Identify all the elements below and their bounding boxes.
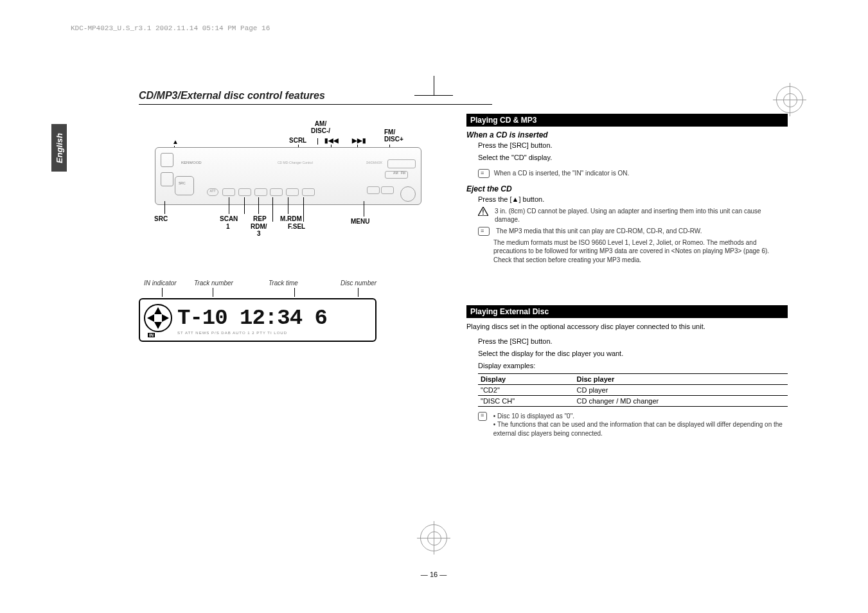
note-mp3-formats: The medium formats must be ISO 9660 Leve… [493,238,788,265]
warning-3in-cd: ! 3 in. (8cm) CD cannot be played. Using… [478,207,788,224]
title-rule [139,104,492,105]
lcd-diagram: IN indicator Track number Track time Dis… [139,280,447,342]
faceplate-image: KENWOOD CD MD-Changer Control S4/DMASK A… [155,147,421,205]
text-press-eject: Press the [▲] button. [478,195,788,204]
crop-mark-v [434,76,434,95]
label-ffw: ▶▶▮ [352,137,366,144]
lcd-in-indicator: IN [148,333,155,337]
label-rep: REP [253,215,267,222]
label-track-time: Track time [269,280,341,287]
note-icon [478,227,490,236]
lcd-status-row: ST ATT NEWS P/S DAB AUTO 1 2 PTY TI LOUD [177,331,371,335]
label-disc-number: Disc number [341,280,385,287]
subheading-eject: Eject the CD [466,184,788,193]
label-rdm-3: RDM/ 3 [251,223,267,237]
note-functions: • The functions that can be used and the… [493,420,788,438]
label-scan: SCAN [220,215,238,222]
warning-icon: ! [478,207,488,215]
label-mrdm: M.RDM [280,215,302,222]
label-scan-1: 1 [226,223,230,230]
label-fm-disc-plus: FM/ DISC+ [384,129,403,143]
text-display-examples: Display examples: [478,361,788,371]
page-title: CD/MP3/External disc control features [139,90,797,102]
lcd-dial-icon [144,304,172,332]
label-am-disc-minus: AM/ DISC-/ [311,120,330,134]
text-ext-select: Select the display for the disc player y… [478,349,788,359]
text-press-src: Press the [SRC] button. [478,141,788,150]
note-disc10: • Disc 10 is displayed as "0". [493,412,788,421]
label-rew: ▮◀◀ [324,137,339,144]
label-eject: ▲ [172,138,179,145]
table-row: "CD2" CD player [478,384,788,395]
crop-mark-h [414,95,453,96]
text-ext-intro: Playing discs set in the optional access… [466,322,788,332]
label-fsel: F.SEL [288,223,305,230]
label-menu: MENU [351,218,369,225]
print-header: KDC-MP4023_U.S_r3.1 2002.11.14 05:14 PM … [71,24,797,32]
lcd-main-text: T-10 12:34 6 [177,306,371,330]
label-src: SRC [154,215,168,222]
page-number: — 16 — [421,571,447,578]
note-disc10-block: • Disc 10 is displayed as "0". • The fun… [478,412,788,438]
table-row: "DISC CH" CD changer / MD changer [478,395,788,406]
note-icon [478,169,490,178]
label-in-indicator: IN indicator [139,280,194,287]
table-header-display: Display [478,373,574,384]
language-tab: English [51,124,67,172]
heading-playing-cd: Playing CD & MP3 [466,114,788,127]
heading-external-disc: Playing External Disc [466,305,788,318]
svg-text:!: ! [482,209,484,216]
label-track-number: Track number [194,280,269,287]
table-header-disc-player: Disc player [574,373,788,384]
note-icon [478,412,487,421]
register-mark-bottom [420,524,447,551]
text-select-cd: Select the "CD" display. [478,153,788,163]
note-in-indicator: When a CD is inserted, the "IN" indicato… [478,169,788,178]
lcd-panel: IN T-10 12:34 6 ST ATT NEWS P/S DAB AUTO… [139,298,376,342]
subheading-when-cd: When a CD is inserted [466,130,788,139]
display-examples-table: Display Disc player "CD2" CD player "DIS… [478,373,788,407]
faceplate-diagram: ▲ AM/ DISC-/ SCRL ▮◀◀ ▶▶▮ FM/ DISC+ [139,120,447,249]
label-scrl: SCRL [289,137,306,144]
note-mp3-media: The MP3 media that this unit can play ar… [478,227,788,236]
register-mark-top [776,86,803,113]
text-ext-press-src: Press the [SRC] button. [478,337,788,346]
